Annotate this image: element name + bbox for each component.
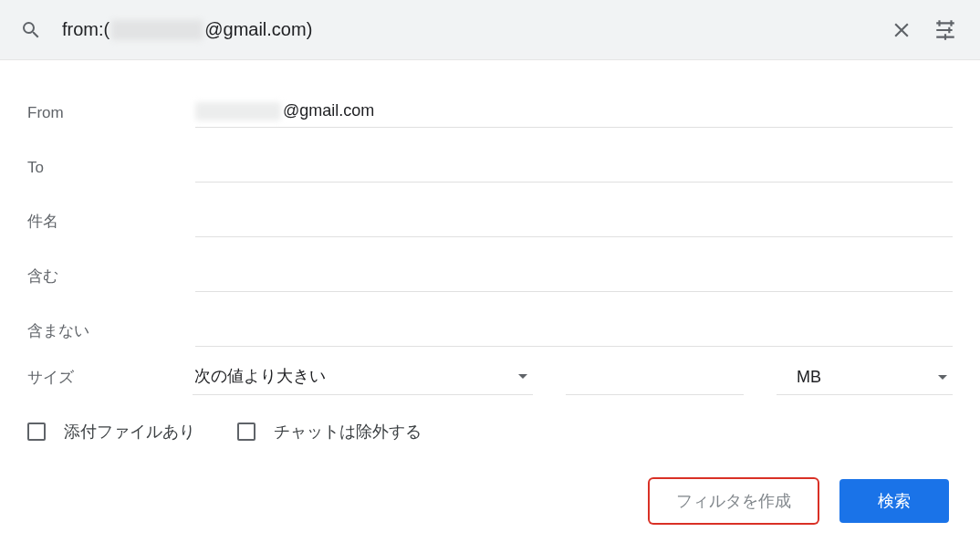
- has-attachment-label: 添付ファイルあり: [64, 421, 195, 443]
- search-text-domain: @gmail.com: [204, 19, 306, 40]
- to-row: To: [27, 142, 953, 183]
- chevron-down-icon: [938, 375, 947, 380]
- has-words-row: 含む: [27, 252, 953, 292]
- has-attachment-checkbox[interactable]: 添付ファイルあり: [27, 421, 195, 443]
- checkbox-icon: [27, 423, 46, 441]
- subject-label: 件名: [27, 211, 195, 237]
- from-value-suffix: @gmail.com: [283, 101, 374, 120]
- has-words-label: 含む: [27, 266, 195, 292]
- search-button-label: 検索: [878, 490, 911, 512]
- redacted-text: [111, 20, 203, 40]
- subject-input[interactable]: [195, 208, 953, 237]
- subject-row: 件名: [27, 197, 953, 237]
- from-row: From @gmail.com: [27, 88, 953, 128]
- from-input[interactable]: @gmail.com: [195, 99, 953, 128]
- search-input[interactable]: from:( @gmail.com ): [62, 19, 883, 40]
- search-options-button[interactable]: [927, 12, 964, 48]
- size-unit-select[interactable]: MB: [777, 364, 953, 395]
- search-text-prefix: from:(: [62, 19, 109, 40]
- advanced-search-form: From @gmail.com To 件名 含む 含まない サイズ 次の値より大…: [0, 60, 980, 523]
- create-filter-label: フィルタを作成: [676, 490, 791, 512]
- search-text-suffix: ): [307, 19, 313, 40]
- clear-search-button[interactable]: [883, 12, 920, 48]
- size-compare-value: 次の値より大きい: [194, 365, 326, 387]
- size-value-input[interactable]: [566, 364, 744, 395]
- search-bar: from:( @gmail.com ): [0, 0, 980, 60]
- to-input[interactable]: [195, 153, 953, 183]
- doesnt-have-row: 含まない: [27, 307, 953, 347]
- size-unit-value: MB: [797, 368, 821, 387]
- checkbox-row: 添付ファイルあり チャットは除外する: [27, 421, 953, 443]
- doesnt-have-label: 含まない: [27, 320, 195, 347]
- create-filter-button[interactable]: フィルタを作成: [650, 479, 818, 523]
- to-label: To: [27, 159, 195, 183]
- chevron-down-icon: [518, 374, 527, 379]
- size-compare-select[interactable]: 次の値より大きい: [193, 361, 534, 395]
- size-row: サイズ 次の値より大きい MB: [27, 361, 953, 395]
- has-words-input[interactable]: [195, 263, 953, 292]
- search-icon: [20, 19, 42, 41]
- from-label: From: [27, 104, 195, 128]
- exclude-chats-label: チャットは除外する: [274, 421, 422, 443]
- redacted-text: [195, 102, 281, 120]
- checkbox-icon: [237, 423, 255, 441]
- exclude-chats-checkbox[interactable]: チャットは除外する: [237, 421, 422, 443]
- search-button[interactable]: 検索: [839, 479, 949, 523]
- doesnt-have-input[interactable]: [195, 318, 953, 347]
- button-row: フィルタを作成 検索: [27, 479, 953, 523]
- size-label: サイズ: [27, 367, 193, 395]
